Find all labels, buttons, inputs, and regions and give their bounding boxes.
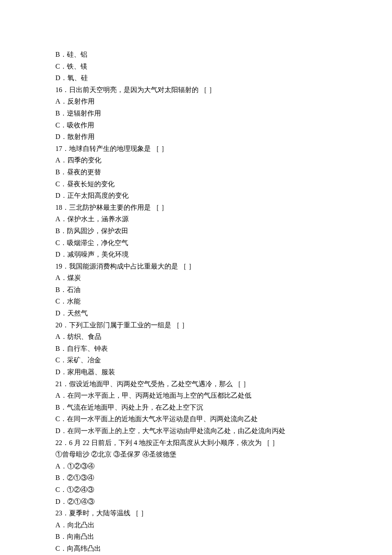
text-line: D．氧、硅 <box>55 72 337 84</box>
text-line: 20．下列工业部门属于重工业的一组是 ［ ］ <box>55 320 337 331</box>
text-line: A．纺织、食品 <box>55 331 337 342</box>
text-line: C．在同一水平面上的近地面大气水平运动是自甲、丙两处流向乙处 <box>55 413 337 425</box>
text-line: B．气流在近地面甲、丙处上升，在乙处上空下沉 <box>55 402 337 413</box>
text-line: D．家用电器、服装 <box>55 367 337 378</box>
text-line: C．①②④③ <box>55 484 337 495</box>
text-line: B．防风固沙，保护农田 <box>55 225 337 237</box>
text-line: B．向南凸出 <box>55 531 337 542</box>
text-line: C．水能 <box>55 296 337 307</box>
text-line: D．正午太阳高度的变化 <box>55 190 337 201</box>
text-line: C．铁、镁 <box>55 61 337 72</box>
text-line: B．自行车、钟表 <box>55 343 337 354</box>
text-line: C．吸烟滞尘，净化空气 <box>55 237 337 249</box>
text-line: C．吸收作用 <box>55 120 337 131</box>
text-line: A．在同一水平面上，甲、丙两处近地面与上空的气压都比乙处低 <box>55 390 337 401</box>
text-line: 16．日出前天空明亮，是因为大气对太阳辐射的 ［ ］ <box>55 84 337 95</box>
text-line: 23．夏季时，大陆等温线 ［ ］ <box>55 508 337 519</box>
text-line: D．天然气 <box>55 308 337 319</box>
text-line: 18．三北防护林最主要的作用是 ［ ］ <box>55 202 337 213</box>
text-line: B．逆辐射作用 <box>55 108 337 119</box>
text-line: 19．我国能源消费构成中占比重最大的是 ［ ］ <box>55 261 337 272</box>
text-line: D．在同一水平面上的上空，大气水平运动由甲处流向乙处，由乙处流向丙处 <box>55 425 337 436</box>
text-line: A．四季的变化 <box>55 155 337 166</box>
text-line: B．昼夜的更替 <box>55 167 337 178</box>
text-line: B．石油 <box>55 284 337 295</box>
text-line: A．向北凸出 <box>55 520 337 531</box>
text-line: A．保护水土，涵养水源 <box>55 214 337 225</box>
text-line: D．散射作用 <box>55 131 337 142</box>
text-line: 21．假设近地面甲、丙两处空气受热，乙处空气遇冷，那么 ［ ］ <box>55 379 337 390</box>
text-line: ①曾母暗沙 ②北京 ③圣保罗 ④圣彼德堡 <box>55 449 337 460</box>
text-line: A．煤炭 <box>55 272 337 283</box>
text-line: 22．6 月 22 日前后，下列 4 地按正午太阳高度从大到小顺序，依次为 ［ … <box>55 437 337 448</box>
text-line: D．②①④③ <box>55 496 337 507</box>
text-line: C．昼夜长短的变化 <box>55 179 337 190</box>
text-line: 17．地球自转产生的地理现象是 ［ ］ <box>55 143 337 154</box>
text-line: B．硅、铝 <box>55 49 337 60</box>
text-line: A．反射作用 <box>55 96 337 107</box>
text-line: A．①②③④ <box>55 461 337 472</box>
text-line: D．减弱噪声，美化环境 <box>55 249 337 260</box>
text-line: C．向高纬凸出 <box>55 543 337 554</box>
text-line: C．采矿、冶金 <box>55 355 337 366</box>
text-line: B．②①③④ <box>55 472 337 483</box>
